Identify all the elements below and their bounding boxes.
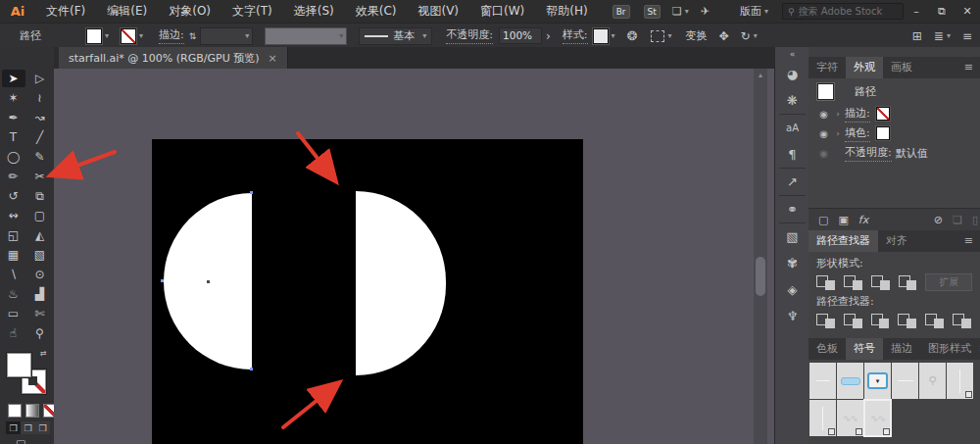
fill-indicator[interactable] [7,353,31,377]
anchor-point[interactable] [250,191,253,194]
hand-tool[interactable]: ☝ [2,324,25,342]
shaper-tool[interactable]: ✏ [2,168,25,185]
export-panel-icon[interactable]: ↗ [775,169,809,195]
collapse-panels-icon[interactable]: « [775,47,809,61]
color-button[interactable] [8,404,22,418]
fill-row-label[interactable]: 填色: [845,125,870,142]
chevron-down-icon[interactable]: ▾ [764,7,768,16]
outline-icon[interactable] [925,314,945,328]
menu-effect[interactable]: 效果(C) [345,0,408,23]
visibility-eye-icon[interactable]: ◉ [816,109,831,120]
width-tool[interactable]: ↭ [2,207,25,224]
tab-graphic-styles[interactable]: 图形样式 [920,338,979,360]
perspective-grid-tool[interactable]: ◭ [28,226,52,244]
arrange-documents-icon[interactable]: ≣ [934,29,944,43]
chevron-down-icon[interactable]: ▾ [139,31,143,40]
workspace-label[interactable]: 版面 [740,4,761,19]
variable-width-profile-select[interactable]: ▾ [265,27,347,45]
appearance-panel-icon[interactable]: ⚭ [775,196,809,222]
symbol-thumbnail[interactable] [837,363,863,399]
panel-menu-icon[interactable]: ≡ [964,57,980,78]
chevron-down-icon[interactable]: ▾ [754,31,758,40]
minus-back-icon[interactable] [953,314,972,328]
stroke-color-swatch[interactable] [121,28,136,44]
stroke-weight-stepper[interactable]: ⇅ [189,31,197,41]
brush-definition-select[interactable]: 基本 ▾ [359,27,432,45]
right-half-circle-shape[interactable] [356,191,446,375]
curvature-tool[interactable]: ↝ [28,109,52,126]
color-panel-icon[interactable]: ◕ [775,61,809,87]
ellipse-tool[interactable]: ◯ [2,148,25,166]
symbol-thumbnail[interactable]: ∿∿ [837,400,863,436]
menu-view[interactable]: 视图(V) [407,0,469,23]
clear-appearance-icon[interactable]: ⊘ [934,214,943,226]
color-guide-panel-icon[interactable]: ❋ [775,87,809,114]
stock-search-input[interactable]: ⚲ 搜索 Adobe Stock [782,3,904,20]
style-label[interactable]: 样式: [563,27,588,44]
vertical-scrollbar[interactable]: ▴ [754,69,767,444]
chevron-right-icon[interactable]: › [831,109,845,119]
appearance-fill-row[interactable]: ◉ › 填色: [808,123,980,143]
slice-tool[interactable]: ✄ [28,305,52,322]
blend-tool[interactable]: ⊙ [28,266,52,283]
menu-select[interactable]: 选择(S) [283,0,345,23]
draw-behind-button[interactable]: ❒ [21,421,35,434]
merge-icon[interactable] [871,314,891,328]
scissors-tool[interactable]: ✂ [28,168,52,185]
shear-rotate-icon[interactable]: ↻ [741,29,751,43]
stroke-row-label[interactable]: 描边: [845,106,870,123]
minimize-button[interactable]: – [904,0,929,23]
lasso-tool[interactable]: ≀ [28,89,52,107]
menu-help[interactable]: 帮助(H) [535,0,598,23]
close-button[interactable]: ✕ [955,0,980,23]
stock-button[interactable]: St [644,5,661,19]
panel-menu-icon[interactable]: ≡ [964,230,980,252]
appearance-item-path[interactable]: 路径 [808,78,980,104]
fill-white-swatch[interactable] [876,126,890,140]
scale-tool[interactable]: ⧉ [28,187,52,205]
anchor-point[interactable] [161,279,164,282]
stroke-weight-select[interactable]: ▾ [200,27,253,45]
visibility-eye-icon[interactable]: ◉ [816,128,831,139]
recolor-artwork-icon[interactable]: ❂ [627,28,638,43]
symbol-thumbnail[interactable]: ▾ [864,363,891,399]
menu-type[interactable]: 文字(T) [221,0,283,23]
intersect-icon[interactable] [871,275,891,290]
restore-button[interactable]: ⧉ [929,0,955,23]
visibility-eye-icon[interactable]: ◉ [816,148,831,159]
canvas[interactable]: ▴ [54,69,774,444]
duplicate-item-icon[interactable]: ❏ [953,214,962,226]
options-list-icon[interactable]: ≡ [962,29,972,43]
chevron-down-icon[interactable]: ▾ [667,31,671,40]
asset-export-panel-icon[interactable]: ♆ [775,303,809,329]
paintbrush-tool[interactable]: ✎ [28,148,52,166]
tab-symbols[interactable]: 符号 [846,338,883,360]
trim-icon[interactable] [844,314,863,328]
chevron-right-icon[interactable]: › [831,128,845,138]
pen-tool[interactable]: ✒ [2,109,25,126]
align-scale-icon[interactable]: ✥ [719,29,729,43]
isolate-selection-icon[interactable]: ⊞ [912,29,922,43]
column-graph-tool[interactable]: ▟ [28,285,52,303]
menu-window[interactable]: 窗口(W) [469,0,535,23]
gradient-panel-icon[interactable]: ▧ [775,223,809,250]
chevron-down-icon[interactable]: ▾ [947,31,951,40]
select-similar-icon[interactable] [651,30,664,42]
document-tab[interactable]: starfall.ai* @ 100% (RGB/GPU 预览) × [59,47,288,69]
symbol-thumbnail[interactable] [892,363,918,399]
color-mixer-panel-icon[interactable]: ✾ [775,250,809,276]
bridge-button[interactable]: Br [612,5,630,19]
exclude-icon[interactable] [899,275,918,290]
add-new-fill-icon[interactable]: ▣ [838,214,848,226]
stroke-weight-label[interactable]: 描边: [159,27,184,44]
symbol-thumbnail[interactable]: ⚲ [919,363,946,399]
scrollbar-thumb[interactable] [756,257,765,296]
tab-swatches[interactable]: 色板 [808,338,846,360]
appearance-opacity-row[interactable]: ◉ 不透明度: 默认值 [808,143,980,163]
scroll-up-icon[interactable]: ▴ [754,71,767,79]
symbol-thumbnail[interactable] [809,400,836,436]
tab-stroke[interactable]: 描边 [883,338,920,360]
stroke-none-swatch[interactable] [876,107,890,121]
tab-appearance[interactable]: 外观 [846,57,883,78]
rotate-tool[interactable]: ↺ [2,187,25,205]
